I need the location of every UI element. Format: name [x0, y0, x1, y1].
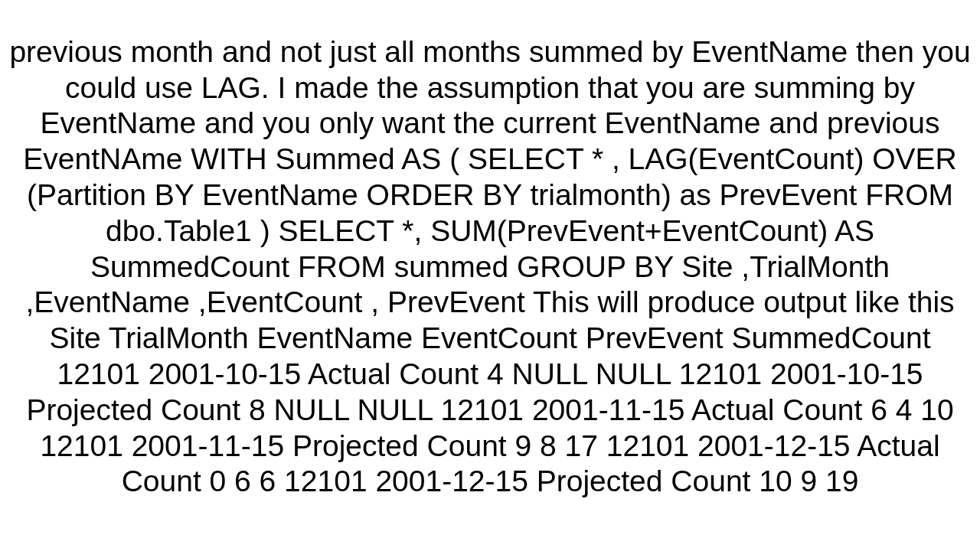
document-body: previous month and not just all months s… [0, 0, 980, 551]
body-text: previous month and not just all months s… [6, 34, 974, 500]
